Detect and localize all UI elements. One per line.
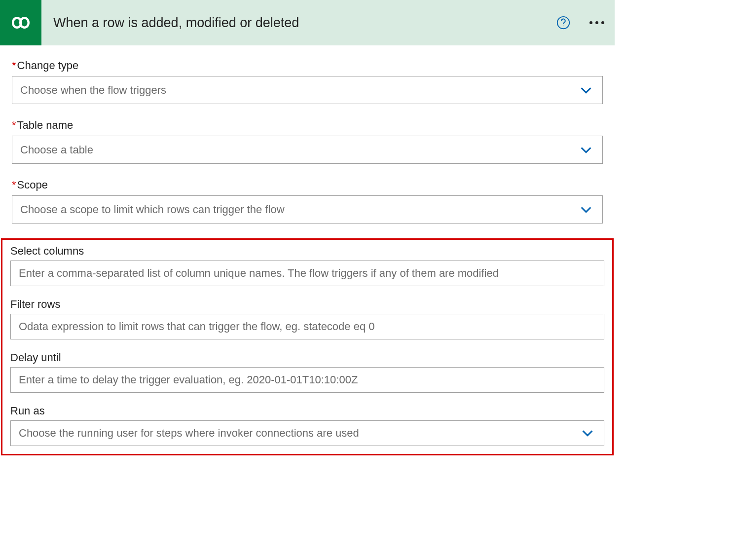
card-title: When a row is added, modified or deleted [53, 15, 554, 31]
delay-until-label: Delay until [10, 351, 604, 364]
scope-label: *Scope [12, 179, 603, 191]
required-mark: * [12, 119, 16, 131]
svg-point-1 [563, 26, 564, 27]
dataverse-icon [0, 0, 41, 45]
filter-rows-label: Filter rows [10, 298, 604, 311]
run-as-dropdown[interactable]: Choose the running user for steps where … [10, 420, 604, 446]
help-icon[interactable] [554, 14, 572, 32]
scope-dropdown[interactable]: Choose a scope to limit which rows can t… [12, 195, 603, 224]
table-name-placeholder: Choose a table [20, 144, 578, 156]
select-columns-label: Select columns [10, 245, 604, 258]
run-as-label: Run as [10, 405, 604, 417]
chevron-down-icon [578, 201, 594, 218]
more-options-icon[interactable] [585, 11, 609, 35]
chevron-down-icon [579, 425, 596, 442]
filter-rows-placeholder: Odata expression to limit rows that can … [19, 320, 596, 333]
delay-until-input[interactable]: Enter a time to delay the trigger evalua… [10, 367, 604, 393]
field-table-name: *Table name Choose a table [12, 119, 603, 164]
advanced-options-highlight: Select columns Enter a comma-separated l… [1, 238, 614, 455]
chevron-down-icon [578, 82, 594, 99]
field-delay-until: Delay until Enter a time to delay the tr… [10, 351, 604, 393]
change-type-placeholder: Choose when the flow triggers [20, 84, 578, 97]
select-columns-placeholder: Enter a comma-separated list of column u… [19, 267, 596, 280]
card-header: When a row is added, modified or deleted [0, 0, 615, 45]
run-as-placeholder: Choose the running user for steps where … [19, 427, 579, 440]
trigger-card: When a row is added, modified or deleted… [0, 0, 615, 455]
field-change-type: *Change type Choose when the flow trigge… [12, 59, 603, 104]
required-mark: * [12, 59, 16, 72]
change-type-dropdown[interactable]: Choose when the flow triggers [12, 76, 603, 104]
table-name-label: *Table name [12, 119, 603, 132]
change-type-label: *Change type [12, 59, 603, 72]
field-filter-rows: Filter rows Odata expression to limit ro… [10, 298, 604, 339]
select-columns-input[interactable]: Enter a comma-separated list of column u… [10, 261, 604, 286]
field-select-columns: Select columns Enter a comma-separated l… [10, 245, 604, 286]
filter-rows-input[interactable]: Odata expression to limit rows that can … [10, 314, 604, 339]
scope-placeholder: Choose a scope to limit which rows can t… [20, 203, 578, 216]
table-name-dropdown[interactable]: Choose a table [12, 136, 603, 164]
field-run-as: Run as Choose the running user for steps… [10, 405, 604, 446]
field-scope: *Scope Choose a scope to limit which row… [12, 179, 603, 224]
form-area: *Change type Choose when the flow trigge… [0, 45, 615, 238]
chevron-down-icon [578, 142, 594, 158]
required-mark: * [12, 179, 16, 191]
delay-until-placeholder: Enter a time to delay the trigger evalua… [19, 373, 596, 386]
